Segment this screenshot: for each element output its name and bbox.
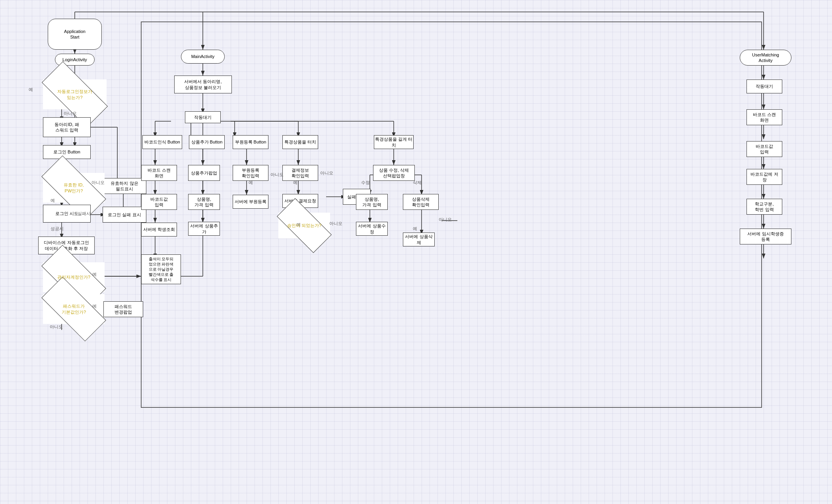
login-activity-label: LoginActivity (62, 57, 87, 62)
special-touch-label: 특경상품을 터치 (284, 139, 316, 145)
yes-label-8: 예 (413, 226, 417, 232)
barcode-value-label: 바코드값입력 (150, 196, 168, 208)
modify-name-price-node: 상품명,가격 입력 (356, 194, 388, 210)
modify-label: 수정 (361, 180, 370, 186)
invalid-field-node: 유효하지 않은필드표시 (103, 178, 146, 194)
delete-confirm-node: 상품삭제확인입력 (403, 194, 439, 210)
password-default-label: 패스워드가기본값인가? (60, 302, 87, 316)
product-name-price-node: 상품명,가격 입력 (188, 194, 220, 210)
password-change-popup-node: 패스워드변경팝업 (103, 301, 143, 317)
school-class-input-node: 학교구분,학번 입력 (746, 199, 782, 215)
server-modify-node: 서버에 상품수정 (356, 222, 388, 236)
idle-main-node: 작동대기 (185, 111, 221, 123)
no-label-4: 아니오 (50, 324, 63, 330)
user-matching-activity-node: UserMatchingActivity (740, 50, 791, 66)
barcode-button-label: 바코드인식 Button (144, 139, 180, 145)
yes-label-4: 예 (92, 303, 97, 309)
member-reg-confirm-node: 부원등록확인입력 (233, 165, 268, 181)
idle-user-label: 작동대기 (756, 83, 773, 89)
special-long-touch-node: 특경상품을 길게 터치 (374, 135, 414, 149)
member-reg-button-label: 부원등록 Button (235, 139, 266, 145)
barcode-button-node: 바코드인식 Button (142, 135, 182, 149)
app-start-label: ApplicationStart (64, 29, 86, 40)
server-add-product-label: 서버에 상품추가 (189, 223, 220, 235)
yes-label-1: 예 (29, 87, 33, 93)
delete-label: 삭제 (413, 180, 422, 186)
barcode-scan-node: 바코드 스캔화면 (141, 165, 177, 181)
payment-confirm-node: 결제정보확인입력 (282, 165, 318, 181)
barcode-value-node: 바코드값입력 (141, 194, 177, 210)
main-activity-label: MainActivity (191, 54, 215, 59)
server-lookup-label: 서버에 학생조회 (143, 227, 175, 232)
no-label-6: 아니오 (320, 170, 333, 176)
id-pw-input-label: 동아리ID, 패스워드 입력 (54, 122, 79, 133)
auto-login-check-label: 자동로그인정보가있는가? (56, 87, 94, 102)
fail-label: 실패시 (78, 211, 91, 217)
barcode-scan-user-label: 바코드 스캔화면 (753, 112, 776, 123)
flowchart: ApplicationStart LoginActivity 자동로그인정보가있… (0, 0, 832, 504)
user-matching-activity-label: UserMatchingActivity (752, 52, 779, 64)
approved-check-node: 승인이 되었는가? (278, 213, 330, 238)
load-from-server-node: 서버에서 동아리명,상품정보 불러오기 (174, 76, 232, 93)
member-reg-button-node: 부원등록 Button (233, 135, 268, 149)
no-label-5: 아니오 (270, 172, 284, 178)
login-attempt-label: 로그인 시도 (55, 211, 78, 216)
attendance-display-node: 출석이 모두되었으면 파란색으로 아닐경우빨간색으로 출석수를 표시 (141, 254, 181, 284)
login-fail-label: 로그인 실패 표시 (108, 212, 141, 217)
server-member-reg-label: 서버에 부원등록 (235, 199, 266, 204)
server-lookup-node: 서버에 학생조회 (141, 223, 177, 236)
modify-name-price-label: 상품명,가격 입력 (362, 196, 381, 208)
yes-label-6: 예 (293, 180, 297, 186)
product-modify-label: 상품 수정, 삭제선택팝업창 (379, 167, 409, 179)
add-product-button-node: 상품추가 Button (189, 135, 225, 149)
svg-rect-65 (141, 22, 762, 407)
server-add-product-node: 서버에 상품추가 (188, 222, 220, 236)
barcode-val-input-node: 바코드값입력 (746, 141, 782, 157)
product-modify-node: 상품 수정, 삭제선택팝업창 (373, 165, 415, 181)
idle-user-node: 작동대기 (746, 79, 782, 93)
server-modify-label: 서버에 상품수정 (356, 223, 387, 235)
yes-label-2: 예 (51, 198, 55, 204)
server-delete-node: 서버에 상품삭제 (403, 233, 435, 246)
main-activity-node: MainActivity (181, 50, 225, 64)
barcode-scan-user-node: 바코드 스캔화면 (746, 109, 782, 125)
success-label: 성공시 (51, 226, 64, 232)
valid-id-pw-label: 유효한 ID,PW인가? (62, 180, 85, 195)
server-student-reg-node: 서버에 임시학생증등록 (740, 229, 791, 244)
delete-confirm-label: 상품삭제확인입력 (412, 196, 430, 208)
no-label-7: 아니오 (329, 221, 342, 227)
server-member-reg-node: 서버에 부원등록 (233, 195, 268, 209)
school-class-input-label: 학교구분,학번 입력 (755, 201, 774, 213)
load-from-server-label: 서버에서 동아리명,상품정보 불러오기 (184, 79, 222, 90)
approved-check-label: 승인이 되었는가? (286, 221, 323, 230)
add-product-button-label: 상품추가 Button (191, 139, 223, 145)
member-reg-confirm-label: 부원등록확인입력 (242, 167, 259, 179)
yes-label-3: 예 (92, 271, 97, 277)
no-label-2: 아니오 (91, 180, 105, 186)
payment-confirm-label: 결제정보확인입력 (292, 167, 309, 179)
server-student-reg-label: 서버에 임시학생증등록 (747, 231, 783, 242)
yes-label-5: 예 (249, 180, 253, 186)
barcode-val-input-label: 바코드값입력 (756, 143, 773, 155)
invalid-field-label: 유효하지 않은필드표시 (111, 180, 138, 192)
attendance-display-label: 출석이 모두되었으면 파란색으로 아닐경우빨간색으로 출석수를 표시 (149, 256, 174, 282)
no-label-8: 아니오 (439, 217, 452, 223)
auto-login-check-node: 자동로그인정보가있는가? (43, 79, 107, 109)
app-start-node: ApplicationStart (48, 19, 102, 50)
login-button-node: 로그인 Button (43, 145, 91, 159)
add-product-popup-label: 상품추가팝업 (191, 170, 217, 176)
product-name-price-label: 상품명,가격 입력 (194, 196, 213, 208)
arrows-svg (0, 0, 832, 504)
login-button-label: 로그인 Button (53, 149, 80, 155)
special-long-touch-label: 특경상품을 길게 터치 (374, 136, 413, 148)
server-payment-label: 서버에 결제요청 (284, 198, 316, 204)
login-fail-node: 로그인 실패 표시 (103, 207, 146, 223)
password-change-popup-label: 패스워드변경팝업 (115, 304, 132, 315)
admin-check-label: 관리자계정인가? (56, 273, 92, 281)
server-delete-label: 서버에 상품삭제 (403, 234, 434, 245)
no-label-1: 아니오 (64, 110, 77, 116)
id-pw-input-node: 동아리ID, 패스워드 입력 (43, 117, 91, 137)
special-touch-node: 특경상품을 터치 (282, 135, 318, 149)
barcode-scan-label: 바코드 스캔화면 (148, 167, 171, 179)
barcode-save-node: 바코드값에 저장 (746, 169, 782, 185)
